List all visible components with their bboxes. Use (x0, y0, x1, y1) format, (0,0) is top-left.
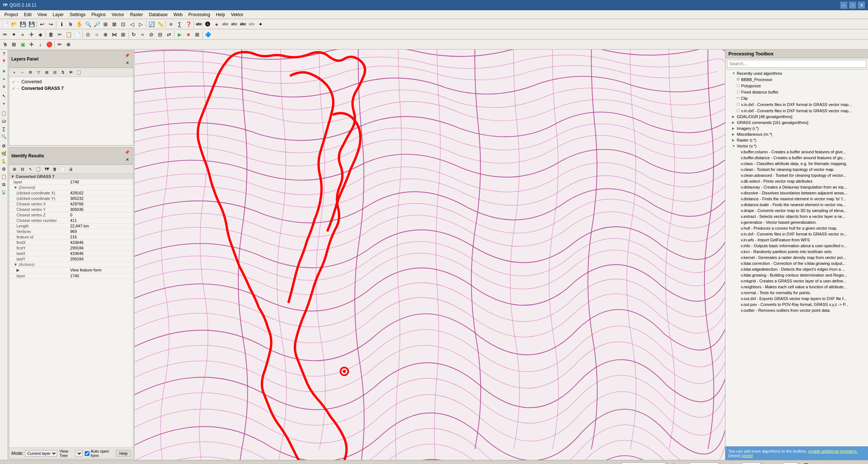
tree-item-vnormal[interactable]: v.normal - Tests for normality for point… (726, 290, 867, 296)
tree-item-vdissolve[interactable]: v.dissolve - Dissolves boundaries betwee… (726, 190, 867, 196)
menu-vektor[interactable]: Vektor (228, 11, 246, 18)
tree-section-imagery[interactable]: ▶ Imagery (i.*) (726, 125, 867, 131)
tree-item-vbufdist[interactable]: v.buffer.distance - Creates a buffer aro… (726, 155, 867, 161)
rotation-input[interactable] (783, 463, 798, 464)
text-annotation-btn[interactable]: abc (239, 20, 247, 29)
zoom-map-btn[interactable]: ■ (0, 67, 8, 75)
identify-close-btn[interactable]: ✕ (124, 156, 131, 163)
identify-pin-btn[interactable]: 📌 (124, 149, 131, 156)
tree-item-vhull[interactable]: v.hull - Produces a convex hull for a gi… (726, 225, 867, 231)
remove-layer-btn[interactable]: − (19, 69, 26, 76)
identify-help-btn[interactable]: Help (116, 450, 131, 457)
identify-btn[interactable]: ℹ (57, 20, 66, 29)
split-btn[interactable]: ⊘ (147, 30, 156, 39)
layer-props-btn[interactable]: abc (221, 20, 230, 29)
close-link[interactable]: [close] (741, 453, 753, 458)
edit-toggle-btn[interactable]: ✏ (1, 30, 10, 39)
menu-project[interactable]: Project (1, 11, 21, 18)
log-messages-btn[interactable]: 📋 (0, 173, 8, 180)
coordinate-input[interactable] (622, 463, 666, 464)
tree-item-vindxf-2[interactable]: ⬡ v.in.dxf - Converts files in DXF forma… (726, 107, 867, 114)
merge-selected-btn[interactable]: ⊞ (119, 30, 128, 39)
reverse-btn[interactable]: ⇄ (165, 30, 173, 39)
open-layer-props-btn[interactable]: ⚙ (27, 69, 34, 76)
add-layer-btn[interactable]: + (0, 100, 8, 107)
tree-item-vlidaredge[interactable]: v.lidar.edgedetection - Detects the obje… (726, 266, 867, 272)
style-btn[interactable]: ● (212, 20, 221, 29)
tree-item-vneighbors[interactable]: v.neighbors - Makes each cell value a fu… (726, 284, 867, 290)
draw-btn[interactable]: ✏ (55, 40, 64, 49)
layer-source-btn[interactable]: 📋 (75, 69, 82, 76)
tree-section-misc[interactable]: ▶ Miscellaneous (m.*) (726, 131, 867, 137)
rotate-btn[interactable]: ↻ (129, 30, 138, 39)
tree-item-vinwfs[interactable]: v.in.wfs - Import GetFeature from WFS (726, 237, 867, 243)
paste-features-btn[interactable]: 📄 (73, 30, 82, 39)
add-ring-btn[interactable]: ○ (92, 30, 101, 39)
tree-item-vextract[interactable]: v.extract - Selects vector objects from … (726, 213, 867, 219)
identify-clear-btn[interactable]: 🗑 (51, 165, 58, 173)
search-btn[interactable]: 🔍 (0, 133, 8, 140)
layer-visible-btn[interactable]: 👁 (67, 69, 74, 76)
gpx-btn[interactable]: 📡 (0, 189, 8, 196)
identify-form-btn[interactable]: 📋 (35, 165, 42, 173)
tree-item-voutpov[interactable]: v.out.pov - Converts to POV-Ray format, … (726, 302, 867, 307)
tile-scale-btn[interactable]: ⧉ (0, 181, 8, 188)
plugin-btn[interactable]: ⚙ (0, 142, 8, 150)
copy-features-btn[interactable]: 📋 (64, 30, 73, 39)
menu-settings[interactable]: Settings (67, 11, 88, 18)
zoom-last-btn[interactable]: ◁ (128, 20, 136, 29)
tree-section-recently-used[interactable]: ▼ Recently used algorithms (726, 70, 867, 76)
zoom-full-btn[interactable]: ⊞ (101, 20, 110, 29)
edit-all-btn[interactable]: ⊞ (193, 30, 202, 39)
tree-item-vdisttoattr[interactable]: v.distance.toattr - Finds the nearest el… (726, 202, 867, 208)
tree-item-voutlier[interactable]: v.outlier - Removes outliers from vector… (726, 307, 867, 313)
identify-map-btn[interactable]: 🗺 (43, 165, 50, 173)
tree-item-vindxf3[interactable]: v.in.dxf - Converts files in DXF format … (726, 231, 867, 237)
svg-annotation-btn[interactable]: ✦ (256, 20, 265, 29)
tree-item-vdrape[interactable]: v.drape - Converts vector map to 3D by s… (726, 208, 867, 213)
georef-btn[interactable]: ▣ (18, 40, 27, 49)
save-project-btn[interactable]: 💾 (18, 20, 27, 29)
tree-item-vmkgrid[interactable]: v.mkgrid - Creates a GRASS vector layer … (726, 278, 867, 284)
menu-database[interactable]: Database (146, 11, 170, 18)
tree-section-grass[interactable]: ▶ GRASS commands [161 geoalgorithms] (726, 120, 867, 125)
tree-item-vdbselect[interactable]: v.db.select - Prints vector map attribut… (726, 178, 867, 184)
redo-btn[interactable]: ↪ (47, 20, 55, 29)
processing-toolbox-btn[interactable]: ⚙ (0, 165, 8, 173)
grass-btn[interactable]: ● (0, 75, 8, 83)
footer-close[interactable]: [close] (728, 453, 740, 458)
fill-ring-btn[interactable]: ⊙ (84, 30, 92, 39)
layers-panel-close[interactable]: ✕ (124, 59, 131, 66)
tree-item-vgeneralize[interactable]: v.generalize - Vector based generalizati… (726, 219, 867, 225)
node-tool-btn[interactable]: ◈ (36, 30, 45, 39)
identify-results-btn[interactable]: ❓ (184, 20, 193, 29)
snap-btn[interactable]: ✛ (27, 40, 36, 49)
zoom-next-btn[interactable]: ▷ (136, 20, 145, 29)
identify-tool-btn[interactable]: 🖱 (1, 40, 10, 49)
identify-select-btn[interactable]: ↖ (27, 165, 34, 173)
statistical-btn[interactable]: ∑ (175, 20, 184, 29)
identify-copy-btn[interactable]: 📄 (59, 165, 66, 173)
tree-item-vindxf-1[interactable]: ⬡ v.in.dxf - Converts files in DXF forma… (726, 101, 867, 107)
menu-layer[interactable]: Layer (50, 11, 67, 18)
menu-view[interactable]: View (34, 11, 50, 18)
filter-layer-btn[interactable]: ▽ (35, 69, 42, 76)
reshape-btn[interactable]: ⋈ (110, 30, 119, 39)
zoom-in-btn[interactable]: 🔍 (84, 20, 92, 29)
map-area[interactable]: .topo-line { fill: none; stroke: #cc55aa… (135, 50, 725, 460)
zoom-out-btn[interactable]: 🔎 (92, 20, 101, 29)
tree-item-vkcv[interactable]: v.kcv - Randomly partition points into t… (726, 249, 867, 255)
tree-item-vclass[interactable]: v.class - Classifies attribute data, e.g… (726, 161, 867, 167)
pan-btn[interactable]: ✋ (75, 20, 84, 29)
close-button[interactable]: ✕ (858, 1, 865, 9)
layer-item-converted-grass7[interactable]: ✓ − Converted GRASS 7 (11, 85, 132, 92)
tree-section-gdal[interactable]: ▶ GDAL/OGR [48 geoalgorithms] (726, 114, 867, 120)
layers-panel-pin[interactable]: 📌 (124, 52, 131, 59)
delete-selected-btn[interactable]: 🗑 (47, 30, 55, 39)
tree-item-vcleanadv[interactable]: v.clean.advanced - Toolset for cleaning … (726, 172, 867, 178)
select-tool-btn[interactable]: ↖ (0, 92, 8, 100)
tree-item-clip[interactable]: ✂ Clip (726, 95, 867, 101)
menu-processing[interactable]: Processing (185, 11, 213, 18)
python-btn[interactable]: 🐍 (0, 158, 8, 165)
identify-collapse-btn[interactable]: ⊟ (19, 165, 26, 173)
